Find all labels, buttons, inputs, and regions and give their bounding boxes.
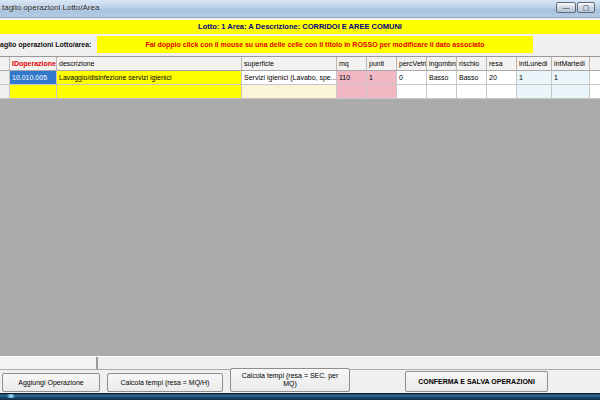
col-header-intmartedi[interactable]: intMartedi: [552, 57, 590, 71]
cell-intlunedi[interactable]: [517, 85, 552, 99]
cell-rischio[interactable]: Basso: [457, 71, 487, 85]
col-header-intlunedi[interactable]: intLunedi: [517, 57, 552, 71]
calc-time-mqh-button[interactable]: Calcola tempi (resa = MQ/H): [107, 373, 223, 392]
lotto-area-description-bar: Lotto: 1 Area: A Descrizione: CORRIDOI E…: [0, 20, 600, 34]
row-selector[interactable]: [0, 71, 10, 85]
taskbar-edge: [0, 393, 600, 400]
calc-time-sec-button[interactable]: Calcola tempi (resa = SEC. per MQ): [230, 368, 350, 392]
cell-idoperazione[interactable]: 10.010.005: [10, 71, 57, 85]
operations-grid: IDoperazione descrizione superficie mq p…: [0, 56, 600, 370]
col-header-punti[interactable]: punti: [367, 57, 397, 71]
cell-superficie[interactable]: [242, 85, 337, 99]
maximize-icon: ▢: [583, 4, 590, 11]
cell-percvetri[interactable]: [397, 85, 427, 99]
add-operation-button[interactable]: Aggiungi Operazione: [2, 373, 100, 392]
col-header-percvetri[interactable]: percVetri: [397, 57, 427, 71]
cell-idoperazione[interactable]: [10, 85, 57, 99]
window-title: taglio operazioni Lotto/Area: [2, 3, 99, 12]
table-row: 10.010.005 Lavaggio/disinfezione servizi…: [0, 71, 600, 85]
minimize-icon: —: [563, 4, 570, 11]
col-header-extra: [590, 57, 600, 71]
cell-mq[interactable]: 110: [337, 71, 367, 85]
cell-extra: [590, 85, 600, 99]
minimize-button[interactable]: —: [556, 2, 576, 13]
grid-header-row: IDoperazione descrizione superficie mq p…: [0, 57, 600, 71]
row-selector[interactable]: [0, 85, 10, 99]
col-header-resa[interactable]: resa: [487, 57, 517, 71]
col-header-mq[interactable]: mq: [337, 57, 367, 71]
cell-intmartedi[interactable]: [552, 85, 590, 99]
col-header-ingombro[interactable]: ingombro: [427, 57, 457, 71]
double-click-instruction: Fai doppio click con il mouse su una del…: [97, 36, 533, 53]
taskbar-glow: [7, 394, 15, 398]
cell-mq[interactable]: [337, 85, 367, 99]
cell-rischio[interactable]: [457, 85, 487, 99]
row-selector-header: [0, 57, 10, 71]
cell-intmartedi[interactable]: 1: [552, 71, 590, 85]
cell-ingombro[interactable]: Basso: [427, 71, 457, 85]
cell-resa[interactable]: 20: [487, 71, 517, 85]
cell-percvetri[interactable]: 0: [397, 71, 427, 85]
cell-descrizione[interactable]: Lavaggio/disinfezione servizi igienici: [57, 71, 242, 85]
table-row: [0, 85, 600, 99]
cell-ingombro[interactable]: [427, 85, 457, 99]
cell-punti[interactable]: 1: [367, 71, 397, 85]
cell-punti[interactable]: [367, 85, 397, 99]
col-header-idoperazione[interactable]: IDoperazione: [10, 57, 57, 71]
col-header-rischio[interactable]: rischio: [457, 57, 487, 71]
window-titlebar[interactable]: taglio operazioni Lotto/Area — ▢: [0, 0, 600, 18]
detail-operations-label: aglio operazioni Lotto/area:: [0, 41, 91, 48]
cell-resa[interactable]: [487, 85, 517, 99]
col-header-superficie[interactable]: superficie: [242, 57, 337, 71]
cell-superficie[interactable]: Servizi igienici (Lavabo, spe...: [242, 71, 337, 85]
cell-descrizione[interactable]: [57, 85, 242, 99]
scrollbar-thumb[interactable]: [0, 357, 98, 369]
maximize-button[interactable]: ▢: [577, 2, 595, 13]
confirm-save-button[interactable]: CONFERMA E SALVA OPERAZIONI: [405, 371, 548, 392]
col-header-descrizione[interactable]: descrizione: [57, 57, 242, 71]
cell-intlunedi[interactable]: 1: [517, 71, 552, 85]
cell-extra: [590, 71, 600, 85]
